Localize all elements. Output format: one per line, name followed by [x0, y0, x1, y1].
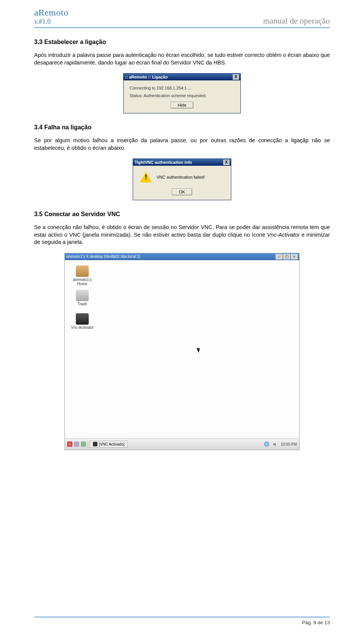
taskbar-app-icon[interactable]: [74, 441, 79, 447]
taskbar-item-vnc-label: [VNC Activado]: [99, 442, 124, 446]
taskbar: [VNC Activado] 10:00 PM: [65, 438, 299, 450]
terminal-icon: [76, 313, 89, 325]
folder-icon: [76, 265, 89, 277]
section-3-5-title: 3.5 Conectar ao Servidor VNC: [34, 211, 330, 218]
warning-icon: !: [140, 172, 152, 182]
brand-version: v.#1.0: [34, 18, 68, 26]
dialog-line-status: Status: Authentication scheme requested.: [130, 93, 234, 98]
maximize-icon[interactable]: ▢: [283, 254, 290, 259]
taskbar-tray: 10:00 PM: [264, 441, 297, 447]
section-3-5-para-italic: Vnc-Activator: [267, 232, 300, 238]
dialog-body: Connecting to 192.168.1.254:1 ... Status…: [124, 80, 240, 113]
taskbar-left: [VNC Activado]: [67, 440, 128, 448]
auth-dialog-title: TightVNC authentication info: [135, 160, 192, 165]
close-icon[interactable]: X: [223, 160, 229, 165]
tray-volume-icon[interactable]: [273, 442, 277, 446]
page-header: aRemoto v.#1.0 manual de operação: [34, 8, 330, 28]
header-subtitle: manual de operação: [263, 16, 330, 26]
auth-failed-message: VNC authentication failed!: [157, 175, 205, 179]
warning-mark: !: [145, 173, 147, 181]
cursor-icon: [197, 347, 201, 353]
dialog-title: :: aRemoto :: Ligação: [125, 75, 168, 79]
vnc-window-title: aremoto1's X desktop (hbsftp01.hbs.local…: [66, 254, 140, 259]
dialog-line-connecting: Connecting to 192.168.1.254:1 ...: [130, 86, 234, 90]
minimize-icon[interactable]: –: [276, 254, 282, 259]
section-3-5-para: Se a conecção não falhou, é obtido o écr…: [34, 224, 330, 246]
auth-dialog-button-row: OK: [133, 188, 231, 200]
auth-dialog-body: ! VNC authentication failed!: [133, 166, 231, 185]
taskbar-item-vnc[interactable]: [VNC Activado]: [89, 441, 128, 448]
brand-title: aRemoto: [34, 8, 68, 18]
section-3-4-para: Se por algum motivo falhou a inserção da…: [34, 137, 330, 152]
page-number: Pág. 9 de 13: [34, 620, 330, 625]
desktop-icon-trash[interactable]: Trash: [68, 290, 97, 306]
desktop-canvas: aremoto1's Home Trash Vnc-Activator: [65, 260, 299, 438]
page-footer: Pág. 9 de 13: [34, 617, 330, 625]
tray-network-icon[interactable]: [264, 441, 269, 447]
hide-button[interactable]: Hide: [171, 102, 194, 108]
auth-failed-dialog: TightVNC authentication info X ! VNC aut…: [133, 159, 231, 200]
desktop-icon-home-label: aremoto1's Home: [68, 278, 97, 286]
connection-dialog: :: aRemoto :: Ligação X Connecting to 19…: [123, 73, 241, 113]
desktop-icon-vnc-activator[interactable]: Vnc-Activator: [68, 313, 97, 330]
auth-dialog-titlebar: TightVNC authentication info X: [133, 159, 231, 166]
start-menu-icon[interactable]: [67, 441, 72, 447]
section-3-4-title: 3.4 Falha na ligação: [34, 124, 330, 131]
brand-block: aRemoto v.#1.0: [34, 8, 68, 26]
dialog-titlebar: :: aRemoto :: Ligação X: [124, 74, 240, 80]
tray-clock: 10:00 PM: [281, 442, 297, 446]
window-controls: – ▢ ×: [276, 254, 298, 259]
terminal-icon: [93, 442, 97, 446]
trash-icon: [76, 290, 89, 301]
section-3-3-para: Após introduzir a palavra passe para aut…: [34, 52, 330, 66]
vnc-desktop-window: aremoto1's X desktop (hbsftp01.hbs.local…: [64, 253, 300, 450]
figure-vnc-desktop: aremoto1's X desktop (hbsftp01.hbs.local…: [34, 253, 330, 450]
figure-connection-dialog: :: aRemoto :: Ligação X Connecting to 19…: [34, 73, 330, 113]
ok-button[interactable]: OK: [172, 188, 192, 195]
desktop-icon-home[interactable]: aremoto1's Home: [68, 265, 97, 286]
figure-auth-failed-dialog: TightVNC authentication info X ! VNC aut…: [34, 159, 330, 200]
vnc-window-titlebar: aremoto1's X desktop (hbsftp01.hbs.local…: [65, 253, 299, 260]
taskbar-app-icon[interactable]: [81, 441, 86, 447]
dialog-button-row: Hide: [130, 102, 234, 108]
taskbar-separator: [88, 440, 88, 448]
desktop-icon-trash-label: Trash: [68, 302, 97, 306]
close-icon[interactable]: X: [233, 74, 239, 80]
section-3-3-title: 3.3 Estabelecer a ligação: [34, 39, 330, 46]
close-icon[interactable]: ×: [291, 254, 298, 259]
desktop-icon-vnc-label: Vnc-Activator: [68, 325, 97, 330]
